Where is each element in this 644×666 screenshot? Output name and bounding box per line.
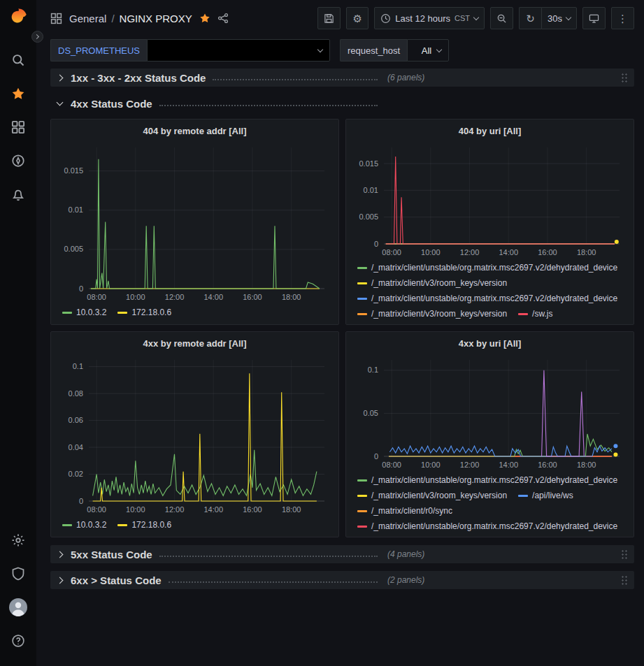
search-icon[interactable] [6,43,31,77]
legend-item[interactable]: /_matrix/client/r0/sync [357,505,452,516]
svg-text:12:00: 12:00 [460,248,480,256]
panel-4xx-by-remote-addr: 4xx by remote addr [All] 00.020.040.060.… [50,331,339,537]
svg-text:08:00: 08:00 [87,505,106,514]
svg-text:0.005: 0.005 [359,212,378,221]
save-dashboard-button[interactable] [317,7,341,29]
alerting-bell-icon[interactable] [6,178,31,211]
svg-text:16:00: 16:00 [243,505,262,514]
sidebar [0,0,36,666]
zoom-out-time-button[interactable] [490,7,513,29]
legend-item[interactable]: /_matrix/client/unstable/org.matrix.msc2… [357,262,617,273]
legend-swatch [357,298,367,300]
legend-item[interactable]: /sw.js [518,308,552,319]
user-avatar[interactable] [6,591,31,624]
svg-text:0: 0 [79,284,83,293]
datasource-variable-value[interactable] [147,39,330,61]
legend-item[interactable]: /_matrix/client/v3/room_keys/version [357,277,507,289]
sidebar-expand-button[interactable] [31,31,43,43]
row-drag-handle[interactable] [621,73,627,83]
legend-swatch [62,524,72,526]
row-drag-handle[interactable] [621,549,627,560]
row-4xx-status-code[interactable]: 4xx Status Code [50,94,634,113]
legend-label: /_matrix/client/unstable/org.matrix.msc2… [371,521,617,532]
starred-icon[interactable] [6,77,31,110]
legend-item[interactable]: 172.18.0.6 [117,307,171,318]
panel-title[interactable]: 4xx by uri [All] [352,336,628,353]
kebab-menu-icon: ⋮ [617,13,628,24]
apps-grid-icon[interactable] [50,13,62,24]
svg-text:0.1: 0.1 [368,365,378,374]
dashboard-submenu: DS_PROMETHEUS request_host All [36,36,644,68]
legend-label: /_matrix/client/v3/room_keys/version [371,277,507,289]
grafana-logo-icon[interactable] [9,7,28,28]
legend-item[interactable]: /_matrix/client/v3/room_keys/version [357,490,507,501]
panel-legend[interactable]: /_matrix/client/unstable/org.matrix.msc2… [352,259,628,321]
datasource-variable-label: DS_PROMETHEUS [50,39,147,61]
chevron-down-icon [436,46,442,52]
panel-title[interactable]: 4xx by remote addr [All] [57,336,333,353]
svg-text:08:00: 08:00 [382,248,401,256]
dashboard-settings-button[interactable]: ⚙ [346,7,368,29]
svg-text:0.015: 0.015 [64,166,83,175]
svg-text:18:00: 18:00 [282,505,301,514]
svg-text:0.02: 0.02 [69,470,83,478]
legend-item[interactable]: 10.0.3.2 [62,519,106,530]
svg-text:0.01: 0.01 [69,205,83,214]
gear-icon: ⚙ [353,13,362,24]
row-panel-count: (6 panels) [387,73,424,82]
panel-title[interactable]: 404 by remote addr [All] [57,124,333,140]
row-1xx-3xx-2xx-status-code[interactable]: 1xx - 3xx - 2xx Status Code (6 panels) [50,68,634,87]
svg-text:0: 0 [79,497,83,505]
configuration-gear-icon[interactable] [6,523,31,557]
legend-item[interactable]: /api/live/ws [518,490,573,501]
refresh-interval-picker[interactable]: 30s [541,7,577,29]
legend-swatch [357,526,367,528]
explore-compass-icon[interactable] [6,144,31,178]
time-range-picker[interactable]: Last 12 hours CST [374,7,485,29]
dashboards-icon[interactable] [6,110,31,144]
legend-item[interactable]: 172.18.0.6 [117,519,171,530]
admin-shield-icon[interactable] [6,557,31,591]
legend-item[interactable]: /_matrix/client/v3/room_keys/version [357,308,507,319]
legend-label: /_matrix/client/v3/room_keys/version [371,308,507,319]
row-dotted-leader [169,581,378,583]
svg-text:0.1: 0.1 [73,362,83,370]
top-navbar: General / NGINX PROXY ⚙ [36,0,644,36]
row-6xx-status-code[interactable]: 6xx > Status Code (2 panels) [50,571,634,589]
help-icon[interactable] [6,624,31,658]
share-icon[interactable] [217,13,229,24]
panel-legend[interactable]: 10.0.3.2172.18.0.6 [57,516,333,534]
refresh-button[interactable]: ↻ [519,7,541,29]
panel-title[interactable]: 404 by uri [All] [352,124,628,140]
svg-text:16:00: 16:00 [538,461,557,469]
svg-text:0.015: 0.015 [359,159,378,168]
timezone-badge: CST [455,14,470,22]
svg-text:0.01: 0.01 [364,186,378,194]
request-host-variable: request_host All [340,39,449,61]
tv-mode-button[interactable] [582,7,606,29]
legend-label: 10.0.3.2 [76,307,106,318]
legend-label: /api/live/ws [532,490,573,501]
svg-text:10:00: 10:00 [421,461,441,469]
legend-item[interactable]: 10.0.3.2 [62,307,106,318]
more-options-button[interactable]: ⋮ [611,7,634,29]
favorite-star-icon[interactable] [199,13,210,24]
legend-item[interactable]: /_matrix/client/unstable/org.matrix.msc2… [357,521,617,532]
svg-text:0: 0 [374,452,378,461]
row-dotted-leader [159,105,378,106]
refresh-interval-label: 30s [548,13,562,24]
panel-chart: 00.0050.010.01508:0010:0012:0014:0016:00… [352,140,628,259]
row-drag-handle[interactable] [621,575,627,586]
svg-text:10:00: 10:00 [421,248,441,256]
svg-text:0.05: 0.05 [364,409,378,417]
legend-label: /_matrix/client/unstable/org.matrix.msc2… [371,475,617,486]
legend-item[interactable]: /_matrix/client/unstable/org.matrix.msc2… [357,475,617,486]
row-5xx-status-code[interactable]: 5xx Status Code (4 panels) [50,545,634,563]
panel-legend[interactable]: 10.0.3.2172.18.0.6 [57,304,333,321]
clock-icon [380,13,391,24]
breadcrumb-folder[interactable]: General [69,13,106,24]
time-range-label: Last 12 hours [395,13,450,24]
request-host-variable-value[interactable]: All [407,39,449,61]
legend-item[interactable]: /_matrix/client/unstable/org.matrix.msc2… [357,293,617,304]
panel-legend[interactable]: /_matrix/client/unstable/org.matrix.msc2… [352,472,628,534]
